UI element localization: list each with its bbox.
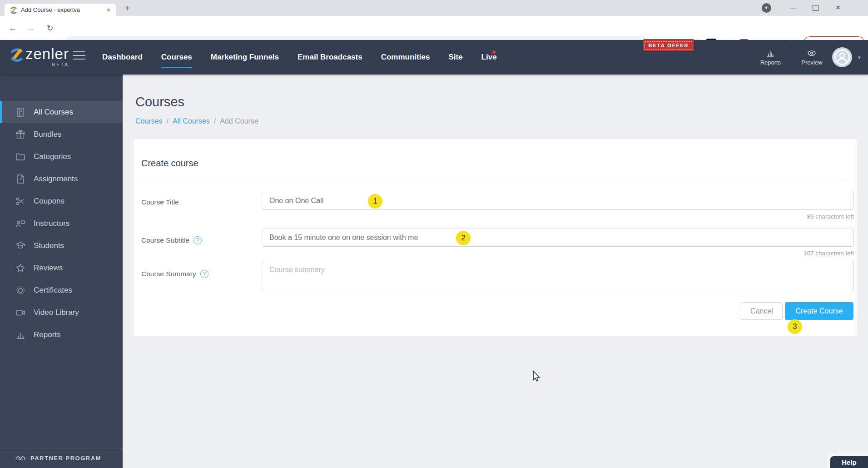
- tab-close-icon[interactable]: ×: [106, 6, 111, 14]
- bar-chart-icon: [765, 49, 775, 58]
- chart-icon: [15, 329, 26, 340]
- sidebar-item-reports[interactable]: Reports: [0, 324, 123, 346]
- nav-item-live[interactable]: Live: [481, 40, 497, 75]
- reports-action[interactable]: Reports: [760, 49, 781, 66]
- sidebar-item-students[interactable]: Students: [0, 234, 123, 257]
- assignment-icon: [15, 174, 26, 184]
- subtitle-characters-left: 107 characters left: [262, 250, 854, 257]
- window-minimize-button[interactable]: —: [786, 2, 800, 14]
- active-nav-underline: [161, 67, 192, 68]
- logo-beta-label: BETA: [52, 62, 69, 67]
- back-button[interactable]: ←: [6, 22, 19, 35]
- header-divider: [791, 48, 791, 66]
- instructor-icon: [15, 218, 26, 229]
- annotation-badge-3: 3: [788, 319, 802, 334]
- create-course-card: Create course Course Title 85 characters…: [133, 139, 857, 337]
- reload-button[interactable]: ↻: [44, 22, 56, 35]
- breadcrumb-separator: /: [214, 117, 216, 125]
- app-header: zenler BETA Dashboard Courses Marketing …: [0, 40, 868, 75]
- handshake-icon: [15, 453, 26, 464]
- title-characters-left: 85 characters left: [262, 213, 854, 220]
- browser-toolbar: ← → ↻ expertva.newzenler.com/admin#cours…: [0, 16, 868, 40]
- zenler-logo-icon: [10, 46, 24, 63]
- course-title-input[interactable]: [262, 192, 854, 210]
- nav-item-site[interactable]: Site: [448, 40, 462, 75]
- new-tab-button[interactable]: +: [121, 2, 133, 14]
- nav-item-email-broadcasts[interactable]: Email Broadcasts: [298, 40, 362, 75]
- main-content: Courses Courses / All Courses / Add Cour…: [123, 75, 868, 468]
- course-subtitle-input[interactable]: [262, 229, 854, 247]
- annotation-badge-1: 1: [368, 194, 382, 209]
- nav-item-communities[interactable]: Communities: [381, 40, 430, 75]
- sidebar-item-coupons[interactable]: Coupons: [0, 190, 123, 212]
- video-camera-icon: [15, 307, 26, 318]
- tab-title: Add Course - expertva: [21, 6, 106, 13]
- card-divider: [141, 181, 850, 181]
- hamburger-menu-icon[interactable]: [73, 51, 85, 60]
- profile-caret-icon: ▼: [762, 3, 771, 13]
- browser-tab-strip: Add Course - expertva × + ▼ — ×: [0, 0, 868, 16]
- browser-tab[interactable]: Add Course - expertva ×: [5, 4, 116, 16]
- zenler-logo[interactable]: zenler BETA: [10, 46, 69, 67]
- sidebar-item-all-courses[interactable]: All Courses: [0, 101, 123, 123]
- summary-help-icon[interactable]: ?: [200, 270, 208, 278]
- sidebar-item-bundles[interactable]: Bundles: [0, 123, 123, 145]
- breadcrumb-all-courses-link[interactable]: All Courses: [173, 117, 210, 125]
- window-restore-button[interactable]: [808, 2, 822, 14]
- sidebar-item-certificates[interactable]: Certificates: [0, 279, 123, 301]
- cancel-button[interactable]: Cancel: [741, 302, 783, 320]
- sidebar-item-video-library[interactable]: Video Library: [0, 301, 123, 324]
- live-indicator-dot: [492, 50, 496, 54]
- sidebar-item-instructors[interactable]: Instructors: [0, 212, 123, 234]
- main-nav: Dashboard Courses Marketing Funnels Emai…: [102, 40, 497, 75]
- book-icon: [15, 107, 26, 118]
- nav-item-dashboard[interactable]: Dashboard: [102, 40, 143, 75]
- card-heading: Create course: [141, 158, 198, 169]
- annotation-badge-2: 2: [456, 231, 471, 245]
- breadcrumb-courses-link[interactable]: Courses: [135, 117, 163, 125]
- create-course-button[interactable]: Create Course: [785, 302, 853, 320]
- course-subtitle-label: Course Subtitle ?: [141, 236, 202, 244]
- preview-action[interactable]: Preview: [801, 49, 822, 66]
- breadcrumb-current: Add Course: [220, 117, 258, 125]
- window-close-button[interactable]: ×: [831, 2, 845, 14]
- partner-program-link[interactable]: PARTNER PROGRAM: [0, 448, 123, 468]
- course-summary-label: Course Summary ?: [141, 270, 208, 278]
- student-icon: [15, 240, 26, 251]
- sidebar-item-reviews[interactable]: Reviews: [0, 257, 123, 279]
- star-icon: [15, 263, 26, 274]
- sidebar-item-assignments[interactable]: Assignments: [0, 168, 123, 190]
- breadcrumb: Courses / All Courses / Add Course: [135, 117, 258, 125]
- subtitle-help-icon[interactable]: ?: [193, 236, 202, 244]
- nav-item-courses[interactable]: Courses: [161, 40, 192, 75]
- beta-offer-badge[interactable]: BETA OFFER: [643, 39, 694, 51]
- browser-profile-button[interactable]: ▼: [759, 2, 773, 14]
- folder-icon: [15, 151, 26, 162]
- forward-button[interactable]: →: [24, 22, 37, 35]
- logo-wordmark: zenler: [25, 46, 69, 62]
- restore-icon: [813, 5, 818, 11]
- page-title: Courses: [135, 95, 184, 110]
- avatar-caret-icon[interactable]: ▾: [858, 54, 861, 61]
- avatar[interactable]: [832, 47, 852, 67]
- scissors-icon: [15, 196, 26, 207]
- app-header-actions: Reports Preview ▾: [760, 40, 861, 75]
- sidebar-item-categories[interactable]: Categories: [0, 145, 123, 168]
- nav-item-marketing-funnels[interactable]: Marketing Funnels: [211, 40, 279, 75]
- sidebar: All Courses Bundles Categories Assignmen…: [0, 75, 123, 468]
- course-summary-textarea[interactable]: [262, 261, 854, 291]
- certificate-icon: [15, 285, 26, 296]
- person-icon: [833, 48, 851, 66]
- zenler-favicon-icon: [10, 6, 17, 14]
- breadcrumb-separator: /: [167, 117, 169, 125]
- gift-icon: [15, 129, 26, 140]
- eye-icon: [806, 49, 817, 58]
- course-title-label: Course Title: [141, 198, 179, 206]
- help-button[interactable]: Help: [830, 456, 868, 468]
